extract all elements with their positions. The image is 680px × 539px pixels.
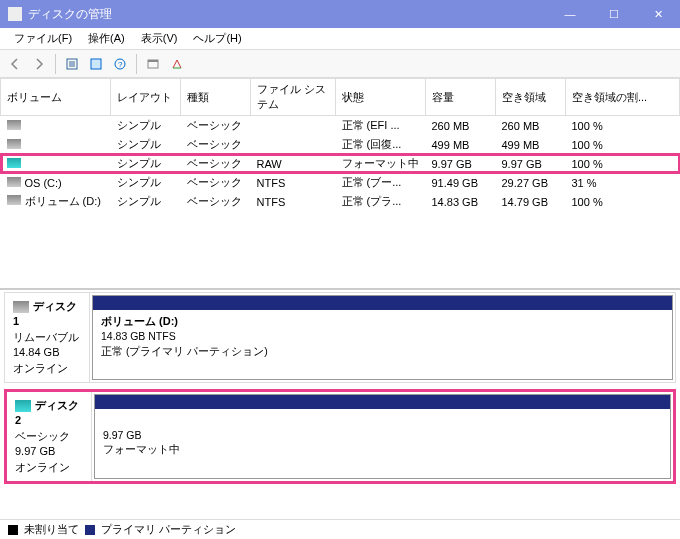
volume-icon bbox=[7, 120, 21, 130]
menu-file[interactable]: ファイル(F) bbox=[6, 29, 80, 48]
cell-status: 正常 (プラ... bbox=[336, 192, 426, 211]
partition-size: 14.83 GB NTFS bbox=[101, 330, 176, 342]
partition[interactable]: 9.97 GBフォーマット中 bbox=[94, 394, 671, 479]
partition[interactable]: ボリューム (D:)14.83 GB NTFS正常 (プライマリ パーティション… bbox=[92, 295, 673, 380]
cell-type: ベーシック bbox=[181, 135, 251, 154]
table-row[interactable]: シンプルベーシック正常 (EFI ...260 MB260 MB100 % bbox=[1, 116, 680, 136]
cell-type: ベーシック bbox=[181, 154, 251, 173]
panel-button-1[interactable] bbox=[142, 53, 164, 75]
svg-text:?: ? bbox=[118, 60, 123, 69]
svg-rect-1 bbox=[91, 59, 101, 69]
cell-capacity: 260 MB bbox=[426, 116, 496, 136]
toolbar-separator bbox=[136, 54, 137, 74]
disk-status: オンライン bbox=[13, 361, 81, 376]
menu-view[interactable]: 表示(V) bbox=[133, 29, 186, 48]
close-button[interactable]: ✕ bbox=[636, 0, 680, 28]
cell-filesystem bbox=[251, 135, 336, 154]
maximize-button[interactable]: ☐ bbox=[592, 0, 636, 28]
cell-free: 499 MB bbox=[496, 135, 566, 154]
back-button[interactable] bbox=[4, 53, 26, 75]
cell-free: 29.27 GB bbox=[496, 173, 566, 192]
cell-freepct: 100 % bbox=[566, 135, 680, 154]
cell-filesystem bbox=[251, 116, 336, 136]
menu-actions[interactable]: 操作(A) bbox=[80, 29, 133, 48]
help-button[interactable]: ? bbox=[109, 53, 131, 75]
cell-status: 正常 (ブー... bbox=[336, 173, 426, 192]
col-layout[interactable]: レイアウト bbox=[111, 79, 181, 116]
minimize-button[interactable]: ― bbox=[548, 0, 592, 28]
disk-partitions: 9.97 GBフォーマット中 bbox=[92, 392, 673, 481]
disk-info: ディスク 2ベーシック9.97 GBオンライン bbox=[7, 392, 92, 481]
cell-type: ベーシック bbox=[181, 192, 251, 211]
volume-icon bbox=[7, 177, 21, 187]
col-capacity[interactable]: 容量 bbox=[426, 79, 496, 116]
volume-icon bbox=[7, 195, 21, 205]
svg-rect-5 bbox=[148, 60, 158, 62]
disk-icon bbox=[13, 301, 29, 313]
app-icon bbox=[8, 7, 22, 21]
cell-capacity: 499 MB bbox=[426, 135, 496, 154]
cell-status: フォーマット中 bbox=[336, 154, 426, 173]
cell-status: 正常 (回復... bbox=[336, 135, 426, 154]
col-filesystem[interactable]: ファイル システム bbox=[251, 79, 336, 116]
partition-title: ボリューム (D:) bbox=[101, 315, 178, 327]
cell-capacity: 91.49 GB bbox=[426, 173, 496, 192]
disk-icon bbox=[15, 400, 31, 412]
partition-header bbox=[93, 296, 672, 310]
cell-layout: シンプル bbox=[111, 135, 181, 154]
toolbar: ? bbox=[0, 50, 680, 78]
legend-label-primary: プライマリ パーティション bbox=[101, 522, 236, 537]
partition-size: 9.97 GB bbox=[103, 429, 142, 441]
toolbar-separator bbox=[55, 54, 56, 74]
legend: 未割り当て プライマリ パーティション bbox=[0, 519, 680, 539]
titlebar: ディスクの管理 ― ☐ ✕ bbox=[0, 0, 680, 28]
col-free[interactable]: 空き領域 bbox=[496, 79, 566, 116]
disk-size: 14.84 GB bbox=[13, 345, 81, 360]
disk-block[interactable]: ディスク 1リムーバブル14.84 GBオンラインボリューム (D:)14.83… bbox=[4, 292, 676, 383]
menu-help[interactable]: ヘルプ(H) bbox=[185, 29, 249, 48]
disk-kind: リムーバブル bbox=[13, 330, 81, 345]
cell-layout: シンプル bbox=[111, 116, 181, 136]
partition-body: 9.97 GBフォーマット中 bbox=[95, 409, 670, 461]
table-row[interactable]: ボリューム (D:)シンプルベーシックNTFS正常 (プラ...14.83 GB… bbox=[1, 192, 680, 211]
refresh-button[interactable] bbox=[85, 53, 107, 75]
disk-info: ディスク 1リムーバブル14.84 GBオンライン bbox=[5, 293, 90, 382]
window-controls: ― ☐ ✕ bbox=[548, 0, 680, 28]
disk-block[interactable]: ディスク 2ベーシック9.97 GBオンライン9.97 GBフォーマット中 bbox=[4, 389, 676, 484]
volume-icon bbox=[7, 139, 21, 149]
legend-swatch-primary bbox=[85, 525, 95, 535]
cell-type: ベーシック bbox=[181, 173, 251, 192]
table-row[interactable]: シンプルベーシックRAWフォーマット中9.97 GB9.97 GB100 % bbox=[1, 154, 680, 173]
col-status[interactable]: 状態 bbox=[336, 79, 426, 116]
disk-size: 9.97 GB bbox=[15, 444, 83, 459]
volume-list-panel: ボリューム レイアウト 種類 ファイル システム 状態 容量 空き領域 空き領域… bbox=[0, 78, 680, 288]
cell-filesystem: NTFS bbox=[251, 192, 336, 211]
panel-button-2[interactable] bbox=[166, 53, 188, 75]
legend-label-unallocated: 未割り当て bbox=[24, 522, 79, 537]
cell-layout: シンプル bbox=[111, 173, 181, 192]
settings-button[interactable] bbox=[61, 53, 83, 75]
volume-table: ボリューム レイアウト 種類 ファイル システム 状態 容量 空き領域 空き領域… bbox=[0, 78, 680, 211]
table-row[interactable]: OS (C:)シンプルベーシックNTFS正常 (ブー...91.49 GB29.… bbox=[1, 173, 680, 192]
partition-status: 正常 (プライマリ パーティション) bbox=[101, 345, 268, 357]
cell-freepct: 100 % bbox=[566, 154, 680, 173]
cell-filesystem: RAW bbox=[251, 154, 336, 173]
volume-icon bbox=[7, 158, 21, 168]
disk-kind: ベーシック bbox=[15, 429, 83, 444]
cell-status: 正常 (EFI ... bbox=[336, 116, 426, 136]
cell-capacity: 9.97 GB bbox=[426, 154, 496, 173]
cell-freepct: 100 % bbox=[566, 192, 680, 211]
volume-name: OS (C:) bbox=[25, 177, 62, 189]
col-volume[interactable]: ボリューム bbox=[1, 79, 111, 116]
table-row[interactable]: シンプルベーシック正常 (回復...499 MB499 MB100 % bbox=[1, 135, 680, 154]
col-freepct[interactable]: 空き領域の割... bbox=[566, 79, 680, 116]
cell-layout: シンプル bbox=[111, 154, 181, 173]
cell-freepct: 100 % bbox=[566, 116, 680, 136]
col-type[interactable]: 種類 bbox=[181, 79, 251, 116]
cell-free: 260 MB bbox=[496, 116, 566, 136]
partition-header bbox=[95, 395, 670, 409]
disk-graphic-panel: ディスク 1リムーバブル14.84 GBオンラインボリューム (D:)14.83… bbox=[0, 288, 680, 519]
cell-type: ベーシック bbox=[181, 116, 251, 136]
disk-partitions: ボリューム (D:)14.83 GB NTFS正常 (プライマリ パーティション… bbox=[90, 293, 675, 382]
forward-button[interactable] bbox=[28, 53, 50, 75]
